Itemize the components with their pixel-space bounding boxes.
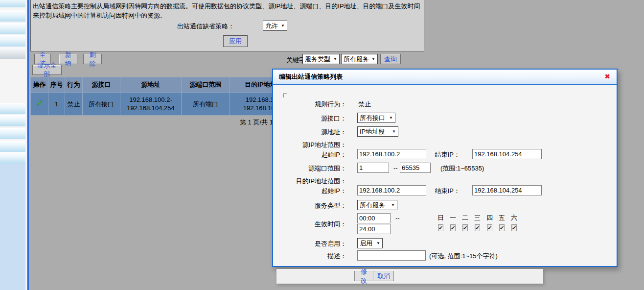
day-checkbox[interactable]: ✔ [462, 224, 468, 231]
search-button[interactable]: 查询 [380, 54, 401, 64]
dialog-footer: 修改 取消 [276, 269, 543, 284]
row-action: 禁止 [65, 93, 83, 116]
src-port-hint: (范围:1~65535) [440, 164, 484, 173]
description-label: 描述： [276, 252, 346, 261]
day-label: 一 [447, 214, 459, 222]
time-to-input[interactable] [357, 224, 391, 234]
day-checkbox[interactable]: ✔ [438, 224, 443, 231]
row-src-interface: 所有接口 [83, 93, 120, 116]
keyword-service-select[interactable]: 所有服务 ▼ [341, 54, 378, 64]
day-label: 日 [435, 214, 447, 222]
col-src-address: 源地址 [120, 77, 182, 93]
sidebar-nav-item[interactable] [0, 115, 25, 126]
sidebar-nav-item[interactable] [0, 152, 25, 164]
weekday-labels: 日 一 二 三 四 五 六 [435, 214, 520, 222]
src-interface-select[interactable]: 所有接口 ▼ [357, 113, 395, 123]
sidebar-nav-item[interactable] [0, 128, 25, 139]
sidebar-nav-item[interactable] [0, 103, 25, 114]
row-src-address: 192.168.100.2-192.168.104.254 [120, 93, 182, 116]
dst-end-ip-input[interactable] [472, 185, 542, 195]
firewall-outbound-policy-page: { "ui": { "caret": "▼", "close": "✖", "c… [0, 0, 644, 290]
artifact-marker [283, 93, 287, 97]
time-separator: -- [395, 215, 400, 222]
day-checkbox[interactable]: ✔ [511, 224, 517, 231]
day-label: 四 [483, 214, 496, 222]
day-label: 六 [508, 214, 520, 222]
edit-pencil-icon[interactable] [36, 99, 44, 107]
sidebar-divider [27, 0, 29, 290]
apply-button[interactable]: 应用 [223, 35, 248, 47]
time-from-input[interactable] [357, 213, 391, 223]
dst-ip-range-section-label: 目的IP地址范围： [276, 177, 346, 186]
row-operation-cell [31, 93, 48, 116]
day-label: 五 [496, 214, 508, 222]
enable-select[interactable]: 启用 ▼ [357, 238, 383, 248]
dst-end-ip-label: 结束IP： [420, 187, 460, 195]
chevron-down-icon: ▼ [281, 24, 285, 28]
sidebar-nav-item[interactable] [0, 141, 25, 152]
description-hint: (可选, 范围:1~15个字符) [429, 252, 498, 261]
modify-button[interactable]: 修改 [354, 271, 373, 281]
chevron-down-icon: ▼ [389, 116, 393, 120]
default-policy-panel: 出站通信策略主要控制从局域网到因特网方向的数据流。可使用数据包的协议类型、源IP… [30, 0, 424, 51]
col-action: 行为 [65, 77, 83, 93]
src-port-from-input[interactable] [357, 163, 389, 173]
src-interface-value: 所有接口 [360, 114, 385, 122]
col-operation: 操作 [31, 77, 48, 93]
src-start-ip-input[interactable] [357, 149, 426, 159]
src-end-ip-input[interactable] [472, 149, 542, 159]
day-checkbox[interactable]: ✔ [475, 224, 480, 231]
sidebar-nav-item[interactable] [0, 35, 25, 47]
src-port-to-input[interactable] [400, 163, 431, 173]
src-interface-label: 源接口： [276, 114, 346, 123]
src-port-label: 源端口范围： [276, 164, 346, 173]
sidebar-nav-item[interactable] [0, 0, 25, 7]
src-ip-range-section-label: 源IP地址范围： [276, 141, 346, 149]
port-range-separator: -- [393, 164, 398, 171]
src-addr-type-select[interactable]: IP地址段 ▼ [357, 126, 398, 137]
default-policy-label: 出站通信缺省策略： [80, 22, 234, 31]
keyword-service-value: 所有服务 [344, 55, 369, 64]
dialog-title: 编辑出站通信策略列表 [273, 70, 617, 85]
day-checkbox[interactable]: ✔ [487, 224, 492, 231]
chevron-down-icon: ▼ [376, 241, 380, 245]
sidebar-nav-item[interactable] [0, 48, 25, 59]
description-input[interactable] [357, 250, 426, 261]
sidebar-nav-item[interactable] [0, 23, 25, 34]
src-end-ip-label: 结束IP： [420, 150, 460, 159]
policy-intro-text: 出站通信策略主要控制从局域网到因特网方向的数据流。可使用数据包的协议类型、源IP… [33, 1, 422, 20]
row-src-port: 所有端口 [182, 93, 230, 116]
day-checkbox[interactable]: ✔ [450, 224, 456, 231]
close-icon[interactable]: ✖ [604, 72, 610, 80]
src-addr-type-label: 源地址： [276, 128, 346, 137]
keyword-type-value: 服务类型 [305, 55, 330, 64]
service-type-select[interactable]: 所有服务 ▼ [357, 200, 397, 210]
service-type-value: 所有服务 [360, 201, 385, 210]
weekday-checkboxes: ✔ ✔ ✔ ✔ ✔ ✔ ✔ [435, 224, 520, 231]
col-src-port: 源端口范围 [182, 77, 230, 93]
day-checkbox[interactable]: ✔ [499, 224, 505, 231]
dst-start-ip-input[interactable] [357, 185, 426, 195]
enable-label: 是否启用： [276, 240, 346, 248]
cancel-button[interactable]: 取消 [374, 271, 394, 281]
day-label: 二 [459, 214, 471, 222]
chevron-down-icon: ▼ [391, 203, 395, 207]
col-src-interface: 源接口 [83, 77, 120, 93]
src-addr-type-value: IP地址段 [360, 127, 385, 136]
src-start-ip-label: 起始IP： [276, 150, 346, 159]
dst-start-ip-label: 起始IP： [276, 187, 346, 195]
table-row: 1 禁止 所有接口 192.168.100.2-192.168.104.254 … [31, 93, 304, 116]
keyword-type-select[interactable]: 服务类型 ▼ [302, 54, 340, 64]
policy-table: 操作 序号 行为 源接口 源地址 源端口范围 目的IP地址范围 1 禁止 所有接… [30, 77, 304, 116]
sidebar-nav-item[interactable] [0, 10, 25, 22]
delete-button[interactable]: 删除 [83, 54, 102, 64]
default-policy-select[interactable]: 允许 ▼ [263, 21, 287, 31]
chevron-down-icon: ▼ [392, 129, 396, 134]
show-all-button[interactable]: 显示全部 [32, 65, 62, 75]
effective-time-label: 生效时间： [276, 220, 346, 229]
table-header-row: 操作 序号 行为 源接口 源地址 源端口范围 目的IP地址范围 [31, 77, 304, 93]
rule-action-label: 规则行为： [276, 100, 346, 109]
chevron-down-icon: ▼ [333, 57, 337, 61]
add-button[interactable]: 新增 [59, 54, 77, 64]
chevron-down-icon: ▼ [371, 57, 375, 61]
